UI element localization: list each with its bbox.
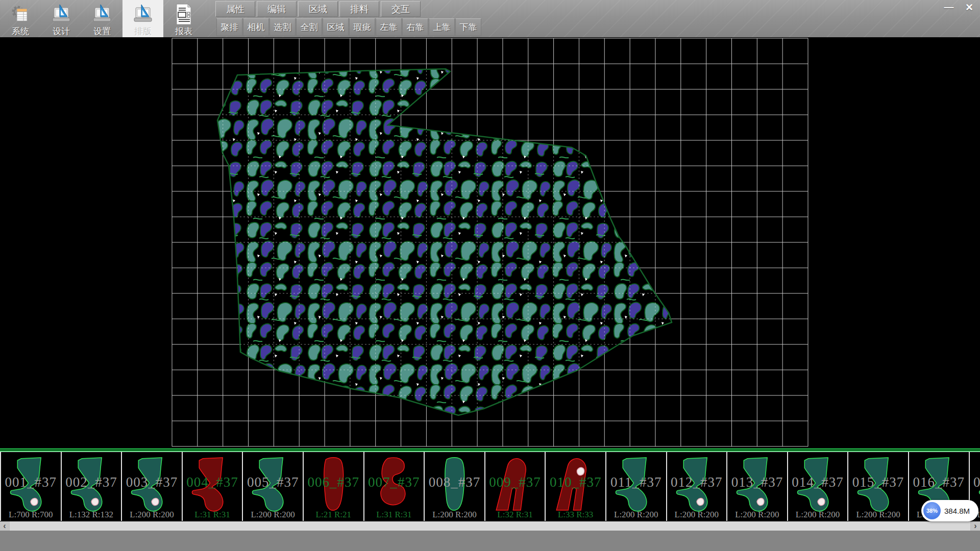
mode-button-bar: 系统 设计: [0, 0, 204, 37]
mode-button-settings[interactable]: 设置: [82, 0, 122, 37]
mode-button-report[interactable]: 报表: [163, 0, 204, 37]
piece-thumbnail[interactable]: 010_#37 L:33 R:33: [545, 452, 605, 521]
piece-id-label: 014_#37: [788, 474, 848, 490]
piece-id-label: 008_#37: [425, 474, 484, 490]
menu-interaction[interactable]: 交互: [381, 1, 421, 17]
piece-lr-count: L:31 R:31: [364, 510, 424, 520]
top-toolbar: 系统 设计: [0, 0, 980, 38]
settings-ruler-icon: [91, 3, 113, 26]
piece-thumbnail[interactable]: 015_#37 L:200 R:200: [847, 452, 908, 521]
piece-thumbnail[interactable]: 014_#37 L:200 R:200: [787, 452, 848, 521]
piece-id-label: 017_#37: [970, 474, 980, 490]
piece-thumbnail[interactable]: 006_#37 L:21 R:21: [303, 452, 363, 521]
piece-thumbnail[interactable]: 005_#37 L:200 R:200: [242, 452, 303, 521]
piece-thumbnail[interactable]: 004_#37 L:31 R:31: [182, 452, 242, 521]
piece-lr-count: L:200 R:200: [425, 510, 484, 520]
piece-id-label: 013_#37: [727, 474, 787, 490]
piece-lr-count: L:200 R:200: [606, 510, 666, 520]
tool-cut-all[interactable]: 全割: [296, 18, 322, 36]
piece-id-label: 011_#37: [606, 474, 666, 490]
piece-lr-count: L:32 R:31: [485, 510, 545, 520]
piece-id-label: 016_#37: [909, 474, 969, 490]
piece-lr-count: L:132 R:132: [62, 510, 121, 520]
menu-edit[interactable]: 编辑: [257, 1, 297, 17]
tool-align-left[interactable]: 左靠: [376, 18, 402, 36]
piece-id-label: 006_#37: [304, 474, 363, 490]
tool-align-bottom[interactable]: 下靠: [455, 18, 481, 36]
system-gear-icon: [10, 3, 31, 26]
mode-label: 系统: [12, 26, 29, 37]
tool-bar: 聚排 相机 选割 全割 区域 瑕疵 左靠 右靠 上靠 下靠: [216, 18, 481, 36]
piece-lr-count: L:31 R:31: [183, 510, 242, 520]
tool-select-cut[interactable]: 选割: [270, 18, 296, 36]
piece-lr-count: L:200 R:200: [727, 510, 787, 520]
tool-cluster-nest[interactable]: 聚排: [216, 18, 242, 36]
piece-id-label: 004_#37: [183, 474, 242, 490]
piece-id-label: 010_#37: [546, 474, 605, 490]
tool-defect[interactable]: 瑕疵: [349, 18, 375, 36]
piece-lr-count: L:200 R:200: [667, 510, 727, 520]
menu-nesting[interactable]: 排料: [339, 1, 379, 17]
tool-camera[interactable]: 相机: [243, 18, 269, 36]
piece-thumbnail[interactable]: 007_#37 L:31 R:31: [363, 452, 424, 521]
tool-region[interactable]: 区域: [323, 18, 349, 36]
minimize-button[interactable]: —: [941, 1, 957, 13]
mode-button-design[interactable]: 设计: [41, 0, 82, 37]
mode-button-nesting-active[interactable]: 排版: [122, 0, 163, 37]
mode-label: 设计: [53, 26, 70, 37]
piece-id-label: 012_#37: [667, 474, 727, 490]
nesting-ruler-icon: [132, 3, 154, 26]
piece-thumbnail[interactable]: 009_#37 L:32 R:31: [484, 452, 545, 521]
piece-thumbnail[interactable]: 001_#37 L:700 R:700: [0, 452, 61, 521]
piece-thumbnail[interactable]: 011_#37 L:200 R:200: [605, 452, 666, 521]
nesting-canvas[interactable]: [0, 37, 980, 448]
piece-id-label: 002_#37: [62, 474, 121, 490]
piece-id-label: 003_#37: [122, 474, 182, 490]
window-controls: — ✕: [941, 1, 977, 13]
tool-align-top[interactable]: 上靠: [429, 18, 455, 36]
menu-region[interactable]: 区域: [298, 1, 338, 17]
menu-bar: 属性 编辑 区域 排料 交互: [215, 1, 421, 17]
horizontal-scrollbar[interactable]: ‹ ›: [0, 521, 980, 531]
close-button[interactable]: ✕: [962, 1, 977, 13]
status-bar: [0, 531, 980, 551]
piece-thumbnail[interactable]: 008_#37 L:200 R:200: [424, 452, 484, 521]
piece-thumbnail[interactable]: 003_#37 L:200 R:200: [121, 452, 182, 521]
scroll-left-arrow[interactable]: ‹: [0, 521, 9, 531]
report-doc-icon: [173, 3, 195, 26]
scrollbar-thumb[interactable]: [9, 521, 971, 531]
piece-id-label: 007_#37: [364, 474, 424, 490]
app-window: 系统 设计: [0, 0, 980, 551]
mode-button-system[interactable]: 系统: [0, 0, 41, 37]
piece-lr-count: L:21 R:21: [304, 510, 363, 520]
design-ruler-icon: [50, 3, 72, 26]
tool-align-right[interactable]: 右靠: [402, 18, 428, 36]
piece-id-label: 015_#37: [848, 474, 908, 490]
piece-lr-count: L:200 R:200: [122, 510, 182, 520]
piece-lr-count: L:33 R:33: [546, 510, 605, 520]
progress-percent-badge: 38%: [923, 502, 941, 519]
mode-label: 设置: [93, 26, 111, 37]
piece-lr-count: L:700 R:700: [1, 510, 61, 520]
scroll-right-arrow[interactable]: ›: [971, 521, 980, 531]
piece-id-label: 009_#37: [485, 474, 545, 490]
mode-label: 排版: [134, 26, 152, 37]
memory-progress-pill[interactable]: 38% 384.8M: [921, 500, 978, 521]
piece-id-label: 001_#37: [1, 474, 61, 490]
piece-lr-count: L:200 R:200: [243, 510, 303, 520]
piece-id-label: 005_#37: [243, 474, 303, 490]
piece-lr-count: L:200 R:200: [848, 510, 908, 520]
piece-thumbnail[interactable]: 002_#37 L:132 R:132: [61, 452, 121, 521]
piece-lr-count: L:200 R:200: [788, 510, 848, 520]
piece-thumbnail[interactable]: 012_#37 L:200 R:200: [666, 452, 727, 521]
memory-size-label: 384.8M: [944, 507, 970, 515]
mode-label: 报表: [175, 26, 192, 37]
piece-thumbnail[interactable]: 013_#37 L:200 R:200: [726, 452, 787, 521]
menu-properties[interactable]: 属性: [215, 1, 255, 17]
piece-thumbnail-strip: 001_#37 L:700 R:700 002_#37 L:132 R:132 …: [0, 452, 980, 521]
